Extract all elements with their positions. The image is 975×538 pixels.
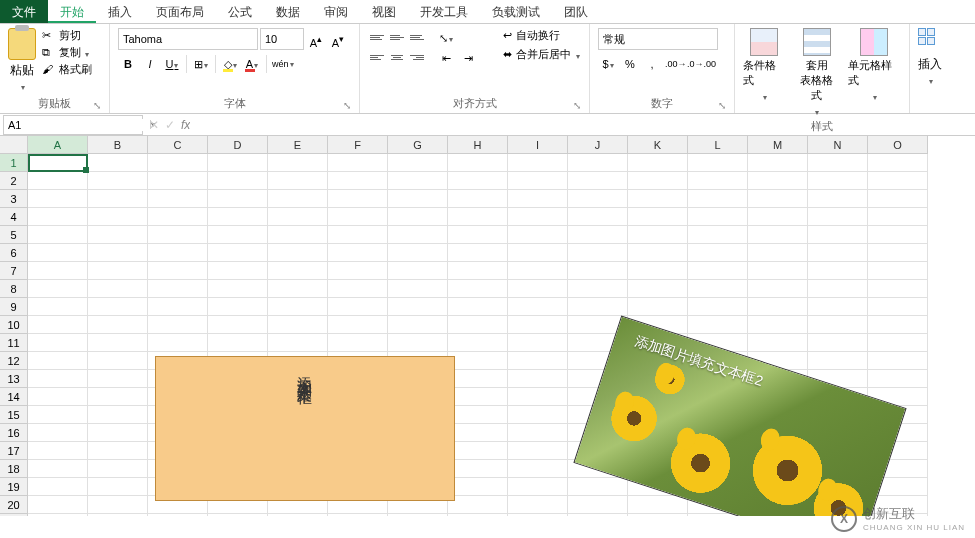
cell[interactable]: [868, 352, 928, 370]
cell[interactable]: [148, 154, 208, 172]
cell[interactable]: [508, 280, 568, 298]
row-header-21[interactable]: 21: [0, 514, 28, 516]
cell-styles-button[interactable]: 单元格样式: [848, 28, 901, 102]
insert-cells-button[interactable]: 插入: [918, 28, 942, 87]
cell[interactable]: [808, 352, 868, 370]
cell[interactable]: [268, 298, 328, 316]
menu-team[interactable]: 团队: [552, 0, 600, 23]
cell[interactable]: [508, 460, 568, 478]
cell[interactable]: [868, 226, 928, 244]
cell[interactable]: [88, 352, 148, 370]
row-header-18[interactable]: 18: [0, 460, 28, 478]
cell[interactable]: [448, 154, 508, 172]
cell[interactable]: [328, 334, 388, 352]
row-header-15[interactable]: 15: [0, 406, 28, 424]
cell[interactable]: [748, 262, 808, 280]
cell[interactable]: [328, 316, 388, 334]
cell[interactable]: [148, 334, 208, 352]
row-header-4[interactable]: 4: [0, 208, 28, 226]
select-all-corner[interactable]: [0, 136, 28, 154]
cell[interactable]: [688, 190, 748, 208]
row-header-6[interactable]: 6: [0, 244, 28, 262]
cell[interactable]: [508, 424, 568, 442]
comma-button[interactable]: ,: [642, 54, 662, 74]
cell[interactable]: [568, 496, 628, 514]
cell[interactable]: [448, 316, 508, 334]
cell[interactable]: [268, 316, 328, 334]
cell[interactable]: [688, 244, 748, 262]
font-color-button[interactable]: A: [242, 54, 262, 74]
menu-loadtest[interactable]: 负载测试: [480, 0, 552, 23]
underline-button[interactable]: U: [162, 54, 182, 74]
grow-font-button[interactable]: A▴: [306, 29, 326, 49]
column-header-L[interactable]: L: [688, 136, 748, 154]
cell[interactable]: [148, 514, 208, 516]
increase-indent-button[interactable]: ⇥: [458, 48, 478, 68]
menu-view[interactable]: 视图: [360, 0, 408, 23]
cell[interactable]: [328, 262, 388, 280]
cell[interactable]: [148, 226, 208, 244]
column-header-E[interactable]: E: [268, 136, 328, 154]
cell[interactable]: [508, 172, 568, 190]
row-header-9[interactable]: 9: [0, 298, 28, 316]
cell[interactable]: [448, 460, 508, 478]
row-header-19[interactable]: 19: [0, 478, 28, 496]
row-header-16[interactable]: 16: [0, 424, 28, 442]
menu-insert[interactable]: 插入: [96, 0, 144, 23]
cell[interactable]: [88, 316, 148, 334]
clipboard-launcher-icon[interactable]: ⤡: [93, 100, 101, 111]
cell[interactable]: [868, 244, 928, 262]
cell[interactable]: [748, 280, 808, 298]
cell[interactable]: [28, 190, 88, 208]
format-painter-button[interactable]: 🖌格式刷: [42, 62, 92, 77]
format-as-table-button[interactable]: 套用 表格格式: [795, 28, 837, 117]
cell[interactable]: [268, 280, 328, 298]
menu-formulas[interactable]: 公式: [216, 0, 264, 23]
cell[interactable]: [88, 262, 148, 280]
cell[interactable]: [148, 262, 208, 280]
cell[interactable]: [748, 298, 808, 316]
cell[interactable]: [388, 154, 448, 172]
cell[interactable]: [388, 190, 448, 208]
menu-file[interactable]: 文件: [0, 0, 48, 23]
cell[interactable]: [208, 334, 268, 352]
cell[interactable]: [448, 280, 508, 298]
cell[interactable]: [208, 244, 268, 262]
cell[interactable]: [748, 226, 808, 244]
cell[interactable]: [808, 298, 868, 316]
row-header-10[interactable]: 10: [0, 316, 28, 334]
cell[interactable]: [868, 280, 928, 298]
row-header-1[interactable]: 1: [0, 154, 28, 172]
cell[interactable]: [508, 406, 568, 424]
cell[interactable]: [328, 514, 388, 516]
cell[interactable]: [388, 208, 448, 226]
row-header-5[interactable]: 5: [0, 226, 28, 244]
cell[interactable]: [28, 442, 88, 460]
cell[interactable]: [148, 190, 208, 208]
cell[interactable]: [508, 316, 568, 334]
cell[interactable]: [568, 280, 628, 298]
cell[interactable]: [388, 244, 448, 262]
cell[interactable]: [868, 172, 928, 190]
cell[interactable]: [388, 172, 448, 190]
cell[interactable]: [448, 370, 508, 388]
cell[interactable]: [208, 316, 268, 334]
border-button[interactable]: ⊞: [191, 54, 211, 74]
cell[interactable]: [748, 244, 808, 262]
paste-button[interactable]: 粘贴: [8, 28, 36, 93]
cell[interactable]: [508, 190, 568, 208]
cell[interactable]: [448, 190, 508, 208]
cell[interactable]: [208, 280, 268, 298]
cell[interactable]: [268, 208, 328, 226]
cell[interactable]: [88, 406, 148, 424]
cell[interactable]: [808, 316, 868, 334]
cell[interactable]: [28, 352, 88, 370]
cell[interactable]: [388, 298, 448, 316]
column-header-M[interactable]: M: [748, 136, 808, 154]
cell[interactable]: [808, 226, 868, 244]
cell[interactable]: [748, 334, 808, 352]
cell[interactable]: [628, 226, 688, 244]
cell[interactable]: [28, 334, 88, 352]
cell[interactable]: [28, 244, 88, 262]
shrink-font-button[interactable]: A▾: [328, 29, 348, 49]
